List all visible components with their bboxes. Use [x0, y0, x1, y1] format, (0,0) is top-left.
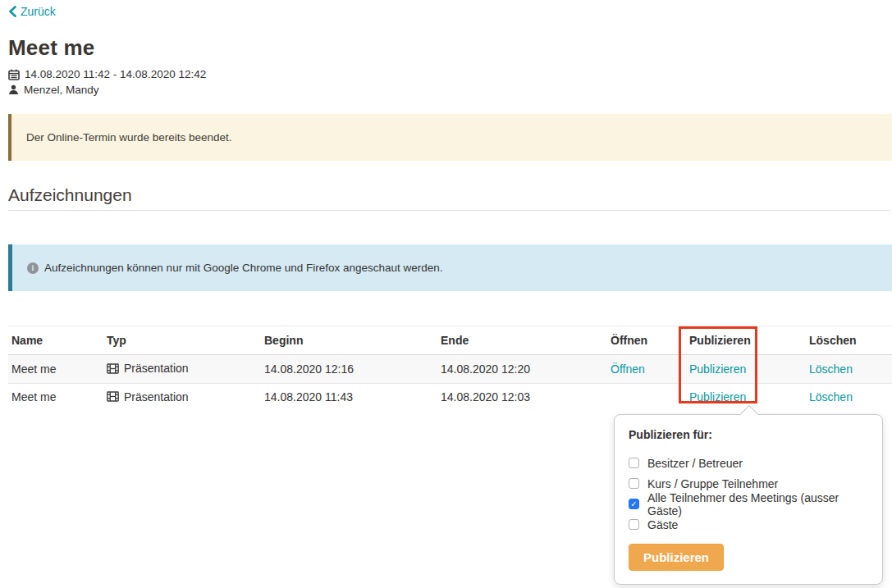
- publish-popup: Publizieren für: Besitzer / Betreuer Kur…: [614, 414, 883, 585]
- recording-begin: 14.08.2020 11:43: [261, 383, 437, 411]
- delete-link[interactable]: Löschen: [809, 390, 853, 403]
- col-header-name: Name: [8, 326, 103, 355]
- col-header-publizieren: Publizieren: [686, 326, 806, 355]
- checkbox[interactable]: [629, 458, 639, 468]
- col-header-ende: Ende: [437, 326, 607, 355]
- chevron-left-icon: [8, 6, 17, 17]
- recordings-table: Name Typ Beginn Ende Öffnen Publizieren …: [8, 326, 892, 411]
- recording-type: Präsentation: [124, 362, 189, 375]
- meeting-date-range: 14.08.2020 11:42 - 14.08.2020 12:42: [25, 68, 206, 80]
- checkbox-label: Kurs / Gruppe Teilnehmer: [647, 477, 778, 490]
- meeting-detail-page: Zurück Meet me 14.08.2020 11:42 - 14.08.…: [0, 0, 892, 411]
- open-link[interactable]: Öffnen: [611, 362, 645, 376]
- calendar-icon: [8, 69, 20, 80]
- checkbox[interactable]: [629, 478, 639, 489]
- checkbox-label: Gäste: [647, 518, 678, 531]
- meeting-owner: Menzel, Mandy: [24, 84, 99, 96]
- recording-name: Meet me: [8, 355, 103, 384]
- table-row: Meet me: [8, 383, 892, 411]
- film-icon: [107, 363, 119, 374]
- checkbox[interactable]: [629, 519, 639, 530]
- table-header-row: Name Typ Beginn Ende Öffnen Publizieren …: [8, 326, 892, 355]
- checkbox-option-gaeste[interactable]: Gäste: [629, 514, 870, 535]
- meeting-owner-line: Menzel, Mandy: [8, 84, 892, 96]
- publish-submit-button[interactable]: Publizieren: [629, 544, 724, 571]
- meeting-dates: 14.08.2020 11:42 - 14.08.2020 12:42: [8, 68, 892, 80]
- col-header-oeffnen: Öffnen: [607, 326, 686, 355]
- checkbox[interactable]: [629, 499, 639, 509]
- info-icon: [27, 262, 39, 274]
- info-text: Aufzeichnungen können nur mit Google Chr…: [44, 261, 443, 275]
- publish-link[interactable]: Publizieren: [689, 390, 746, 403]
- page-title: Meet me: [8, 35, 892, 61]
- user-icon: [8, 84, 19, 95]
- recording-type: Präsentation: [124, 390, 189, 403]
- warning-text: Der Online-Termin wurde bereits beendet.: [26, 131, 232, 144]
- warning-banner: Der Online-Termin wurde bereits beendet.: [8, 114, 892, 161]
- section-title-recordings: Aufzeichnungen: [8, 185, 890, 211]
- col-header-typ: Typ: [103, 326, 261, 355]
- col-header-loeschen: Löschen: [806, 326, 892, 355]
- recording-begin: 14.08.2020 12:16: [261, 355, 437, 384]
- checkbox-label: Alle Teilnehmer des Meetings (ausser Gäs…: [647, 491, 870, 517]
- delete-link[interactable]: Löschen: [809, 362, 853, 376]
- film-icon: [107, 391, 119, 402]
- col-header-beginn: Beginn: [261, 326, 437, 355]
- recordings-table-container: Name Typ Beginn Ende Öffnen Publizieren …: [8, 326, 892, 411]
- back-link[interactable]: Zurück: [8, 5, 56, 18]
- recording-end: 14.08.2020 12:20: [437, 355, 607, 384]
- table-row: Meet me: [8, 355, 892, 384]
- recording-name: Meet me: [8, 383, 103, 411]
- recording-end: 14.08.2020 12:03: [437, 383, 607, 411]
- checkbox-option-alle-teilnehmer[interactable]: Alle Teilnehmer des Meetings (ausser Gäs…: [629, 494, 870, 514]
- info-banner: Aufzeichnungen können nur mit Google Chr…: [8, 244, 892, 291]
- checkbox-label: Besitzer / Betreuer: [647, 457, 743, 470]
- publish-link[interactable]: Publizieren: [689, 362, 746, 376]
- checkbox-option-besitzer-betreuer[interactable]: Besitzer / Betreuer: [629, 453, 870, 473]
- back-link-label: Zurück: [21, 5, 56, 18]
- popup-title: Publizieren für:: [629, 428, 870, 441]
